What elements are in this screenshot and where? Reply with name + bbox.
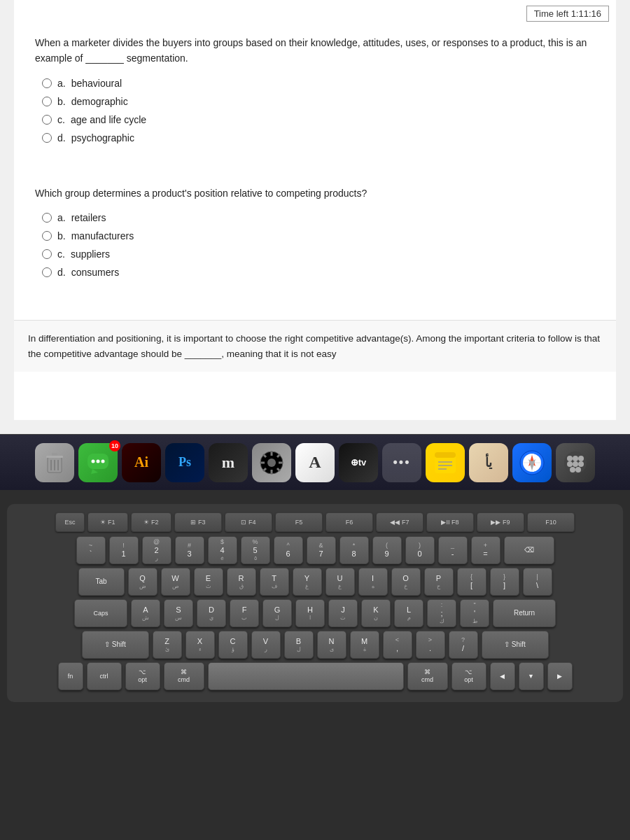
key-equals[interactable]: += <box>471 536 500 564</box>
key-f3[interactable]: ⊞ F3 <box>174 512 222 532</box>
key-f4[interactable]: ⊡ F4 <box>225 512 272 532</box>
key-option-right[interactable]: ⌥opt <box>451 662 486 690</box>
dock-m-app[interactable]: m <box>209 443 248 482</box>
q1-option-a[interactable]: a. behavioural <box>42 78 595 89</box>
key-ctrl[interactable]: ctrl <box>87 662 122 690</box>
key-q[interactable]: Qض <box>128 568 158 596</box>
dock-illustrator[interactable]: Ai <box>122 443 161 482</box>
key-y[interactable]: Yغ <box>293 568 322 596</box>
key-4[interactable]: $4é <box>208 536 237 564</box>
q2-radio-b[interactable] <box>42 231 52 241</box>
key-v[interactable]: Vر <box>251 631 281 659</box>
key-bracket-l[interactable]: {[ <box>457 568 486 596</box>
key-t[interactable]: Tف <box>260 568 289 596</box>
key-l[interactable]: Lم <box>394 599 424 627</box>
key-cmd-right[interactable]: ⌘cmd <box>407 662 448 690</box>
key-slash[interactable]: ?/ <box>449 631 478 659</box>
key-f9[interactable]: ▶▶ F9 <box>477 512 524 532</box>
key-0[interactable]: )0 <box>405 536 435 564</box>
dock-photoshop[interactable]: Ps <box>165 443 204 482</box>
key-s[interactable]: Sس <box>164 599 193 627</box>
q2-radio-d[interactable] <box>42 267 52 277</box>
key-comma[interactable]: <, <box>383 631 412 659</box>
q2-option-b[interactable]: b. manufacturers <box>42 230 595 241</box>
q2-option-d[interactable]: d. consumers <box>42 267 595 278</box>
key-cmd-left[interactable]: ⌘cmd <box>164 662 204 690</box>
q1-option-b[interactable]: b. demographic <box>42 96 595 107</box>
key-c[interactable]: Cؤ <box>218 631 248 659</box>
key-f7[interactable]: ◀◀ F7 <box>376 512 424 532</box>
key-z[interactable]: Zئ <box>153 631 182 659</box>
q1-radio-d[interactable] <box>42 133 52 143</box>
key-f2[interactable]: ☀ F2 <box>131 512 172 532</box>
key-6[interactable]: ^6 <box>274 536 303 564</box>
key-f6[interactable]: F6 <box>326 512 373 532</box>
q1-option-c[interactable]: c. age and life cycle <box>42 114 595 125</box>
key-arrow-left[interactable]: ◀ <box>490 662 515 690</box>
key-8[interactable]: *8 <box>340 536 369 564</box>
q1-radio-b[interactable] <box>42 97 52 106</box>
key-tab[interactable]: Tab <box>78 568 125 596</box>
key-period[interactable]: >. <box>416 631 445 659</box>
key-quote[interactable]: "'ط <box>460 599 489 627</box>
q1-radio-c[interactable] <box>42 115 52 125</box>
q1-option-d[interactable]: d. psychographic <box>42 132 595 144</box>
key-i[interactable]: Iه <box>358 568 388 596</box>
key-k[interactable]: Kن <box>361 599 391 627</box>
key-3[interactable]: #3 <box>175 536 204 564</box>
q2-option-c[interactable]: c. suppliers <box>42 248 595 260</box>
dock-launchpad[interactable] <box>556 443 595 482</box>
key-5[interactable]: %5٥ <box>241 536 270 564</box>
dock-font-book[interactable]: A <box>295 443 335 482</box>
key-o[interactable]: Oخ <box>391 568 421 596</box>
key-return[interactable]: Return <box>493 599 556 627</box>
key-backspace[interactable]: ⌫ <box>504 536 554 564</box>
key-minus[interactable]: _- <box>438 536 468 564</box>
dock-apple-tv[interactable]: ⊕tv <box>339 443 378 482</box>
key-2[interactable]: @2ر <box>142 536 172 564</box>
key-d[interactable]: Dي <box>197 599 226 627</box>
dock-arabic-app[interactable]: يأ <box>469 443 508 482</box>
key-f8[interactable]: ▶II F8 <box>426 512 474 532</box>
key-g[interactable]: Gل <box>262 599 292 627</box>
key-f5[interactable]: F5 <box>275 512 323 532</box>
q2-option-a[interactable]: a. retailers <box>42 212 595 223</box>
key-9[interactable]: (9 <box>372 536 402 564</box>
dock-safari[interactable] <box>512 443 552 482</box>
key-u[interactable]: Uع <box>326 568 355 596</box>
key-b[interactable]: Bل <box>284 631 314 659</box>
key-backtick[interactable]: ~` <box>76 536 106 564</box>
key-option-left[interactable]: ⌥opt <box>125 662 160 690</box>
key-arrow-down[interactable]: ▼ <box>519 662 544 690</box>
key-w[interactable]: Wص <box>161 568 190 596</box>
key-f1[interactable]: ☀ F1 <box>88 512 128 532</box>
dock-notes[interactable] <box>426 443 465 482</box>
key-1[interactable]: !1 <box>109 536 139 564</box>
key-f10[interactable]: F10 <box>527 512 575 532</box>
key-caps-lock[interactable]: Caps <box>74 599 127 627</box>
key-bracket-r[interactable]: }] <box>490 568 519 596</box>
key-space[interactable] <box>208 662 404 690</box>
key-backslash[interactable]: |\ <box>523 568 552 596</box>
key-a[interactable]: Aش <box>131 599 160 627</box>
dock-more[interactable]: ••• <box>382 443 421 482</box>
key-shift-right[interactable]: ⇧ Shift <box>482 631 549 659</box>
key-n[interactable]: Nى <box>317 631 346 659</box>
dock-trash[interactable] <box>35 443 74 482</box>
key-p[interactable]: Pح <box>424 568 454 596</box>
dock-system-prefs[interactable] <box>252 443 291 482</box>
key-h[interactable]: Hا <box>295 599 325 627</box>
key-semicolon[interactable]: :;ك <box>427 599 456 627</box>
key-e[interactable]: Eث <box>194 568 223 596</box>
q2-radio-c[interactable] <box>42 249 52 259</box>
dock-messages[interactable]: 10 <box>78 443 118 482</box>
key-arrow-right[interactable]: ▶ <box>547 662 573 690</box>
key-r[interactable]: Rق <box>227 568 256 596</box>
key-f[interactable]: Fب <box>230 599 259 627</box>
key-m[interactable]: Mة <box>350 631 379 659</box>
key-esc[interactable]: Esc <box>55 512 85 532</box>
key-j[interactable]: Jت <box>328 599 358 627</box>
q1-radio-a[interactable] <box>42 78 52 88</box>
key-shift-left[interactable]: ⇧ Shift <box>82 631 149 659</box>
key-x[interactable]: Xء <box>186 631 215 659</box>
